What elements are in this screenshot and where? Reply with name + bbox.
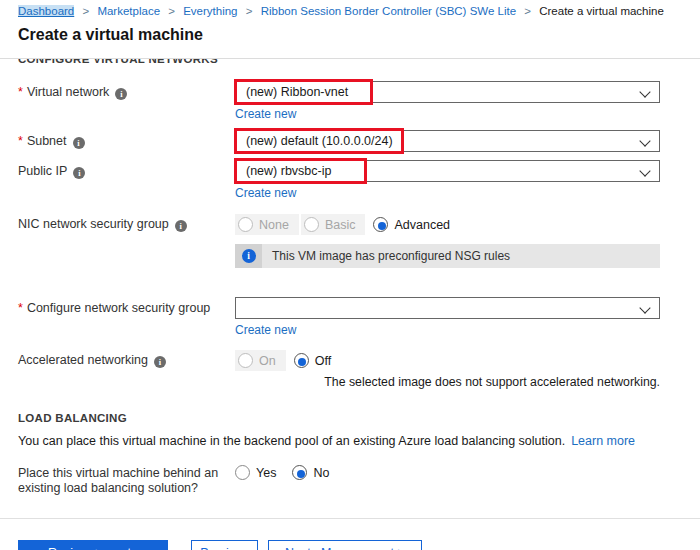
configure-nsg-label: *Configure network security group: [18, 297, 235, 315]
chevron-down-icon: [639, 86, 650, 97]
accelerated-option-on: On: [235, 350, 286, 371]
virtual-network-create-new-link[interactable]: Create new: [235, 107, 296, 121]
breadcrumb-everything[interactable]: Everything: [183, 5, 237, 17]
accelerated-networking-row: Accelerated networkingi On Off The selec…: [18, 349, 680, 389]
breadcrumb-ribbon-sbc[interactable]: Ribbon Session Border Controller (SBC) S…: [261, 5, 516, 17]
radio-button-selected-icon: [373, 217, 388, 232]
section-header-clipped: CONFIGURE VIRTUAL NETWORKS: [18, 59, 680, 68]
subnet-select[interactable]: (new) default (10.0.0.0/24): [235, 130, 660, 152]
info-icon[interactable]: i: [175, 220, 187, 232]
accelerated-option-off[interactable]: Off: [294, 353, 331, 368]
breadcrumb-marketplace[interactable]: Marketplace: [97, 5, 160, 17]
info-banner-icon-cell: i: [235, 244, 262, 268]
breadcrumb-separator-icon: >: [82, 5, 89, 17]
load-balancing-description: You can place this virtual machine in th…: [18, 434, 680, 448]
virtual-network-select[interactable]: (new) Ribbon-vnet: [235, 81, 660, 103]
load-balancing-question: Place this virtual machine behind an exi…: [18, 464, 235, 496]
configure-nsg-create-new-link[interactable]: Create new: [235, 323, 296, 337]
previous-button[interactable]: Previous: [191, 540, 258, 550]
subnet-value: (new) default (10.0.0.0/24): [246, 134, 393, 148]
info-icon[interactable]: i: [115, 88, 127, 100]
lb-option-yes[interactable]: Yes: [235, 465, 276, 480]
public-ip-label: Public IPi: [18, 160, 235, 179]
nic-nsg-label: NIC network security groupi: [18, 213, 235, 232]
virtual-network-label: *Virtual networki: [18, 81, 235, 100]
accelerated-networking-label: Accelerated networkingi: [18, 349, 235, 368]
radio-button-icon: [235, 465, 250, 480]
info-icon[interactable]: i: [154, 356, 166, 368]
breadcrumb-separator-icon: >: [524, 5, 531, 17]
configure-nsg-select[interactable]: [235, 297, 660, 319]
section-header-text: CONFIGURE VIRTUAL NETWORKS: [18, 59, 680, 65]
load-balancing-question-row: Place this virtual machine behind an exi…: [18, 464, 680, 496]
radio-button-icon: [238, 217, 253, 232]
subnet-label: *Subneti: [18, 130, 235, 149]
review-create-button[interactable]: Review + create: [18, 540, 168, 550]
nic-nsg-option-none: None: [235, 214, 299, 235]
radio-button-icon: [238, 353, 253, 368]
virtual-network-value: (new) Ribbon-vnet: [246, 85, 348, 99]
nsg-info-banner: i This VM image has preconfigured NSG ru…: [235, 244, 660, 268]
public-ip-create-new-link[interactable]: Create new: [235, 186, 296, 200]
virtual-network-row: *Virtual networki (new) Ribbon-vnet Crea…: [18, 81, 680, 121]
nic-nsg-option-basic: Basic: [301, 214, 366, 235]
load-balancing-header: LOAD BALANCING: [18, 412, 680, 424]
lb-option-no[interactable]: No: [292, 465, 329, 480]
configure-nsg-row: *Configure network security group Create…: [18, 297, 680, 337]
chevron-down-icon: [639, 135, 650, 146]
info-icon[interactable]: i: [73, 167, 85, 179]
breadcrumb-dashboard[interactable]: Dashboard: [18, 5, 74, 17]
accelerated-networking-radio-group: On Off: [235, 349, 660, 371]
footer-action-bar: Review + create Previous Next : Manageme…: [0, 519, 700, 550]
chevron-down-icon: [639, 165, 650, 176]
breadcrumb-separator-icon: >: [246, 5, 253, 17]
radio-button-selected-icon: [294, 353, 309, 368]
subnet-row: *Subneti (new) default (10.0.0.0/24): [18, 130, 680, 152]
nsg-info-message: This VM image has preconfigured NSG rule…: [262, 244, 660, 268]
accelerated-networking-note: The selected image does not support acce…: [235, 375, 660, 389]
radio-button-icon: [304, 217, 319, 232]
breadcrumb: Dashboard > Marketplace > Everything > R…: [18, 0, 680, 17]
nic-nsg-option-advanced[interactable]: Advanced: [373, 217, 450, 232]
nsg-info-row: i This VM image has preconfigured NSG ru…: [18, 244, 680, 268]
nic-nsg-row: NIC network security groupi None Basic A…: [18, 213, 680, 235]
radio-button-selected-icon: [292, 465, 307, 480]
breadcrumb-separator-icon: >: [168, 5, 175, 17]
info-icon: i: [242, 249, 256, 263]
public-ip-select[interactable]: (new) rbvsbc-ip: [235, 160, 660, 182]
required-asterisk: *: [18, 301, 23, 315]
chevron-down-icon: [639, 302, 650, 313]
breadcrumb-current: Create a virtual machine: [539, 5, 664, 17]
nic-nsg-radio-group: None Basic Advanced: [235, 213, 660, 235]
load-balancing-radio-group: Yes No: [235, 464, 660, 480]
learn-more-link[interactable]: Learn more: [571, 434, 635, 448]
info-icon[interactable]: i: [73, 137, 85, 149]
create-vm-networking-page: Dashboard > Marketplace > Everything > R…: [0, 0, 700, 496]
public-ip-row: Public IPi (new) rbvsbc-ip Create new: [18, 160, 680, 200]
page-title: Create a virtual machine: [18, 26, 680, 44]
next-management-button[interactable]: Next : Management >: [268, 540, 422, 550]
required-asterisk: *: [18, 85, 23, 99]
public-ip-value: (new) rbvsbc-ip: [246, 164, 331, 178]
required-asterisk: *: [18, 134, 23, 148]
